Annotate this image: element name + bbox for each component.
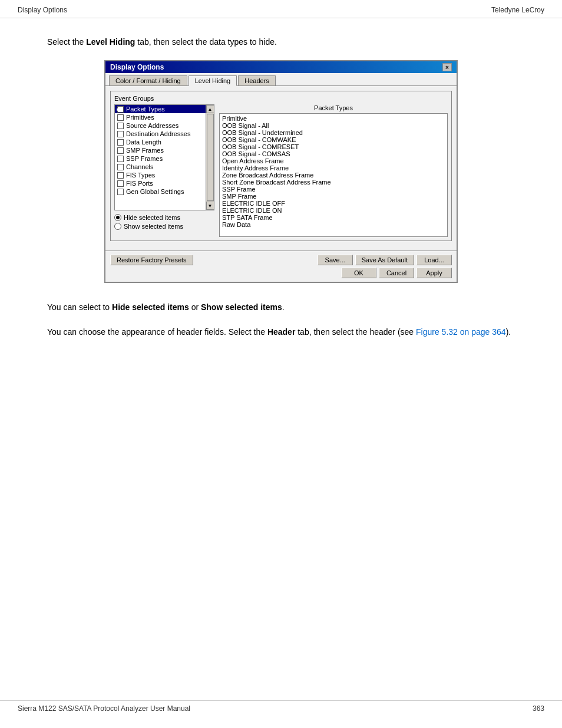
radio-show-label: Show selected items: [124, 223, 183, 230]
header-right: Teledyne LeCroy: [491, 6, 544, 14]
right-panel: Packet Types Primitive OOB Signal - All …: [219, 104, 448, 237]
list-item[interactable]: OOB Signal - Undetermined: [221, 129, 446, 136]
list-item[interactable]: SSP Frame: [221, 186, 446, 193]
dialog-footer: Restore Factory Presets Save... Save As …: [105, 251, 457, 282]
list-item[interactable]: Gen Global Settings: [115, 187, 206, 196]
footer-row1: Restore Factory Presets Save... Save As …: [110, 255, 452, 265]
list-item[interactable]: ELECTRIC IDLE OFF: [221, 200, 446, 207]
list-item[interactable]: OOB Signal - COMWAKE: [221, 136, 446, 143]
list-item[interactable]: SSP Frames: [115, 154, 206, 163]
scroll-thumb[interactable]: [207, 114, 214, 201]
list-item[interactable]: FIS Types: [115, 171, 206, 179]
event-groups-label: Event Groups: [114, 95, 448, 102]
checkbox-gen-global[interactable]: [117, 189, 124, 195]
footer-left: Sierra M122 SAS/SATA Protocol Analyzer U…: [18, 704, 190, 713]
load-button[interactable]: Load...: [416, 255, 452, 265]
page-footer: Sierra M122 SAS/SATA Protocol Analyzer U…: [0, 700, 562, 716]
dialog-box: Display Options × Color / Format / Hidin…: [104, 60, 458, 283]
restore-factory-presets-button[interactable]: Restore Factory Presets: [110, 255, 193, 265]
list-item[interactable]: OOB Signal - COMSAS: [221, 150, 446, 157]
event-groups-box: Event Groups ■ Packet Types: [110, 91, 452, 241]
page-content: Select the Level Hiding tab, then select…: [0, 18, 562, 368]
listbox-scrollbar[interactable]: ▲ ▼: [206, 105, 214, 210]
radio-group: Hide selected items Show selected items: [114, 214, 214, 232]
list-item[interactable]: Primitive: [221, 115, 446, 122]
list-item[interactable]: Source Addresses: [115, 121, 206, 130]
list-item[interactable]: Short Zone Broadcast Address Frame: [221, 179, 446, 186]
ok-button[interactable]: OK: [341, 268, 376, 278]
footer-right-buttons: Save... Save As Default Load...: [318, 255, 452, 265]
footer-row2: OK Cancel Apply: [110, 268, 452, 278]
save-as-default-button[interactable]: Save As Default: [355, 255, 414, 265]
checkbox-smp-frames[interactable]: [117, 147, 124, 154]
intro-text-after: tab, then select the data types to hide.: [135, 37, 277, 47]
dialog-title: Display Options: [110, 63, 164, 71]
radio-hide-label: Hide selected items: [124, 214, 180, 221]
list-item[interactable]: Primitives: [115, 113, 206, 121]
event-types-listbox[interactable]: ■ Packet Types Primitives Source Address: [114, 104, 214, 210]
list-item[interactable]: SMP Frame: [221, 193, 446, 200]
checkbox-data-length[interactable]: [117, 139, 124, 146]
section2-text-mid: or: [189, 302, 201, 312]
list-item[interactable]: OOB Signal - COMRESET: [221, 143, 446, 150]
checkbox-fis-types[interactable]: [117, 172, 124, 179]
scroll-up-arrow[interactable]: ▲: [206, 105, 214, 113]
cancel-button[interactable]: Cancel: [379, 268, 414, 278]
tab-color-format-hiding[interactable]: Color / Format / Hiding: [109, 75, 187, 85]
section2-text-after: .: [282, 302, 285, 312]
radio-show-selected[interactable]: Show selected items: [114, 223, 214, 230]
left-panel: ■ Packet Types Primitives Source Address: [114, 104, 214, 237]
list-item[interactable]: Destination Addresses: [115, 130, 206, 138]
list-item[interactable]: OOB Signal - All: [221, 122, 446, 129]
radio-show-dot[interactable]: [114, 223, 121, 230]
list-item[interactable]: Channels: [115, 163, 206, 171]
intro-paragraph: Select the Level Hiding tab, then select…: [47, 36, 515, 48]
tab-level-hiding[interactable]: Level Hiding: [189, 75, 237, 86]
checkbox-source-addresses[interactable]: [117, 123, 124, 129]
list-item[interactable]: Raw Data: [221, 221, 446, 228]
radio-hide-dot[interactable]: [114, 214, 121, 221]
list-item[interactable]: ELECTRIC IDLE ON: [221, 207, 446, 214]
section2-text-before: You can select to: [47, 302, 112, 312]
packet-types-listbox[interactable]: Primitive OOB Signal - All OOB Signal - …: [219, 113, 448, 237]
list-item[interactable]: SMP Frames: [115, 146, 206, 154]
dialog-titlebar: Display Options ×: [105, 61, 457, 73]
list-item[interactable]: Open Address Frame: [221, 157, 446, 164]
checkbox-dest-addresses[interactable]: [117, 131, 124, 137]
dialog-body: Event Groups ■ Packet Types: [105, 86, 457, 251]
checkbox-primitives[interactable]: [117, 114, 124, 121]
dialog-inner-layout: ■ Packet Types Primitives Source Address: [114, 104, 448, 237]
checkbox-ssp-frames[interactable]: [117, 156, 124, 162]
section3-text-before: You can choose the appearance of header …: [47, 327, 267, 337]
list-item[interactable]: Zone Broadcast Address Frame: [221, 172, 446, 179]
dialog-close-button[interactable]: ×: [442, 63, 452, 71]
header-left: Display Options: [18, 6, 67, 14]
list-item[interactable]: Data Length: [115, 138, 206, 146]
checkbox-fis-ports[interactable]: [117, 180, 124, 187]
footer-right: 363: [533, 704, 544, 713]
section2-bold1: Hide selected items: [112, 302, 189, 312]
listbox-inner: ■ Packet Types Primitives Source Address: [115, 105, 214, 196]
section2-bold2: Show selected items: [201, 302, 282, 312]
intro-text-before: Select the: [47, 37, 86, 47]
section3-text-mid: tab, then select the header (see: [295, 327, 416, 337]
page-header: Display Options Teledyne LeCroy: [0, 0, 562, 18]
section3: You can choose the appearance of header …: [47, 325, 515, 338]
section3-bold1: Header: [267, 327, 295, 337]
list-item[interactable]: Identity Address Frame: [221, 164, 446, 172]
scroll-down-arrow[interactable]: ▼: [206, 202, 214, 210]
checkbox-channels[interactable]: [117, 164, 124, 170]
list-item[interactable]: FIS Ports: [115, 179, 206, 187]
list-item[interactable]: ■ Packet Types: [115, 105, 206, 113]
intro-bold1: Level Hiding: [86, 37, 135, 47]
section2: You can select to Hide selected items or…: [47, 301, 515, 314]
section3-text-after: ).: [506, 327, 511, 337]
apply-button[interactable]: Apply: [416, 268, 452, 278]
tab-headers[interactable]: Headers: [238, 75, 276, 85]
section3-link[interactable]: Figure 5.32 on page 364: [416, 327, 506, 337]
save-button[interactable]: Save...: [318, 255, 353, 265]
checkbox-packet-types[interactable]: ■: [117, 106, 124, 113]
radio-hide-selected[interactable]: Hide selected items: [114, 214, 214, 221]
list-item[interactable]: STP SATA Frame: [221, 214, 446, 221]
packet-types-header: Packet Types: [219, 104, 448, 111]
